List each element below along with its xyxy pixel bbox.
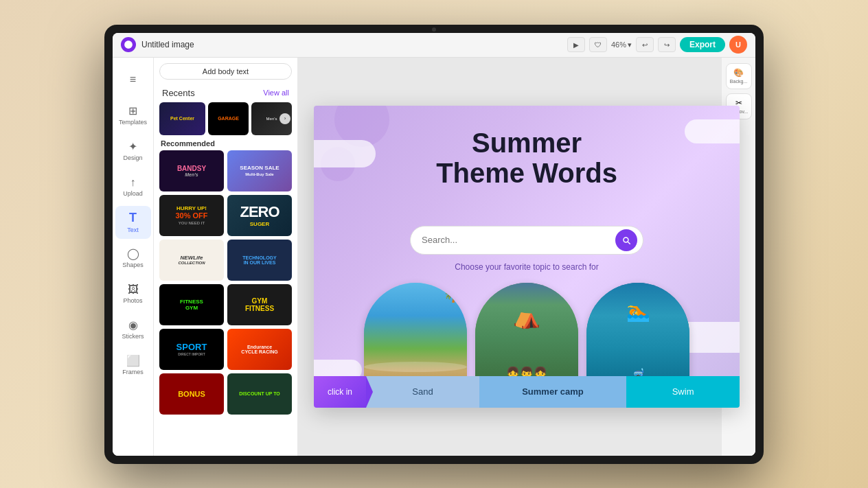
sidebar: ≡ ⊞ Templates ✦ Design ↑ Upload T Text [113, 58, 154, 456]
add-body-text-button[interactable]: Add body text [159, 63, 292, 80]
laptop-screen: Untitled image ▶ 🛡 46% ▾ ↩ ↪ Export U ≡ [113, 33, 755, 456]
zoom-indicator: 46% ▾ [611, 40, 632, 49]
doc-title: Untitled image [141, 40, 562, 49]
canvas-search-button[interactable] [615, 229, 637, 251]
play-button[interactable]: ▶ [567, 37, 585, 52]
left-panel: Add body text Recents View all Pet Cente… [154, 58, 298, 456]
recents-label: Recents [162, 88, 195, 98]
template-fitness-gym[interactable]: FITNESSGYM [159, 284, 224, 325]
sidebar-item-photos[interactable]: 🖼 Photos [115, 277, 151, 310]
recents-header: Recents View all [159, 85, 292, 102]
template-sport[interactable]: SPORT DIRECT IMPORT [159, 329, 224, 370]
sidebar-item-shapes[interactable]: ◯ Shapes [115, 242, 151, 275]
canvas-subtitle: Choose your favorite topic to search for [455, 262, 598, 272]
background-tool[interactable]: 🎨 Backg... [726, 63, 752, 89]
canvas-title-text: Summer Theme Words [389, 128, 664, 188]
template-bandsy[interactable]: BANDSY Men's [159, 150, 224, 191]
template-cycle-racing[interactable]: EnduranceCYCLE RACING [227, 329, 292, 370]
tag-bar: click in Sand Summer camp Swim [314, 376, 740, 408]
template-garage[interactable]: GARAGE [208, 102, 249, 135]
sidebar-item-stickers[interactable]: ◉ Stickers [115, 313, 151, 346]
recent-templates-row: Pet Center GARAGE Men's › [159, 102, 292, 135]
menu-icon: ≡ [130, 73, 136, 86]
scroll-right-arrow[interactable]: › [279, 113, 290, 124]
stickers-icon: ◉ [128, 318, 138, 332]
template-hurry[interactable]: HURRY UP!30% OFFYOU NEED IT [159, 195, 224, 236]
template-technology[interactable]: TECHNOLOGYIN OUR LIVES [227, 240, 292, 281]
template-gym-fitness[interactable]: GYMFITNESS [227, 284, 292, 325]
background-icon: 🎨 [733, 68, 744, 78]
tag-summer-camp[interactable]: Summer camp [479, 376, 626, 408]
sidebar-item-upload[interactable]: ↑ Upload [115, 170, 151, 203]
sidebar-label-text: Text [127, 226, 139, 233]
undo-button[interactable]: ↩ [636, 37, 654, 52]
sidebar-item-design[interactable]: ✦ Design [115, 135, 151, 167]
redo-button[interactable]: ↪ [658, 37, 676, 52]
template-grid: BANDSY Men's SEASON SALEMulti-Buy Sale H… [159, 150, 292, 415]
tag-click-in[interactable]: click in [314, 376, 366, 408]
canvas-title: Summer Theme Words [389, 128, 664, 188]
tag-sand[interactable]: Sand [366, 376, 479, 408]
canva-logo [121, 37, 136, 52]
recommended-label: Recommended [161, 139, 290, 148]
sidebar-item-logo[interactable]: ≡ [115, 63, 151, 96]
photos-icon: 🖼 [128, 283, 139, 296]
avatar: U [729, 36, 747, 54]
canvas-design[interactable]: Summer Theme Words C [314, 106, 740, 408]
sidebar-label-stickers: Stickers [122, 333, 144, 340]
sidebar-item-frames[interactable]: ⬜ Frames [115, 349, 151, 382]
upload-icon: ↑ [130, 176, 136, 189]
top-controls: ▶ 🛡 46% ▾ ↩ ↪ Export U [567, 36, 747, 54]
template-pet-center[interactable]: Pet Center [159, 102, 205, 135]
shield-button[interactable]: 🛡 [589, 37, 607, 52]
cloud-right-top [685, 119, 740, 143]
cloud-left [314, 140, 376, 167]
sidebar-label-photos: Photos [123, 297, 142, 304]
sidebar-label-upload: Upload [123, 190, 143, 197]
export-button[interactable]: Export [680, 37, 725, 52]
main-content: ≡ ⊞ Templates ✦ Design ↑ Upload T Text [113, 58, 755, 456]
sidebar-item-templates[interactable]: ⊞ Templates [115, 99, 151, 132]
canvas-search-input[interactable] [422, 235, 610, 245]
top-bar: Untitled image ▶ 🛡 46% ▾ ↩ ↪ Export U [113, 33, 755, 58]
template-bonus[interactable]: BONUS [159, 373, 224, 415]
sidebar-label-design: Design [123, 154, 142, 161]
shapes-icon: ◯ [127, 247, 139, 260]
camera-dot [432, 27, 436, 32]
canvas-search-bar[interactable] [410, 226, 643, 255]
laptop-shell: Untitled image ▶ 🛡 46% ▾ ↩ ↪ Export U ≡ [104, 25, 764, 464]
template-season-sale[interactable]: SEASON SALEMulti-Buy Sale [227, 150, 292, 191]
sidebar-label-frames: Frames [122, 369, 144, 375]
sidebar-label-shapes: Shapes [122, 262, 144, 268]
view-all-button[interactable]: View all [263, 89, 289, 97]
template-discount[interactable]: DISCOUNT UP TO [227, 373, 292, 415]
template-zero-suger[interactable]: ZERO SUGER [227, 195, 292, 236]
background-label: Backg... [730, 79, 747, 84]
text-icon: T [129, 211, 137, 225]
sidebar-item-text[interactable]: T Text [115, 206, 151, 239]
tag-swim[interactable]: Swim [626, 376, 740, 408]
design-icon: ✦ [128, 140, 137, 153]
sidebar-label-templates: Templates [119, 119, 147, 126]
template-new-life[interactable]: NEWLife COLLECTION [159, 240, 224, 281]
canvas-area: 🎨 Backg... ✂ Remov... [298, 58, 755, 456]
templates-icon: ⊞ [128, 104, 137, 117]
frames-icon: ⬜ [126, 354, 140, 367]
